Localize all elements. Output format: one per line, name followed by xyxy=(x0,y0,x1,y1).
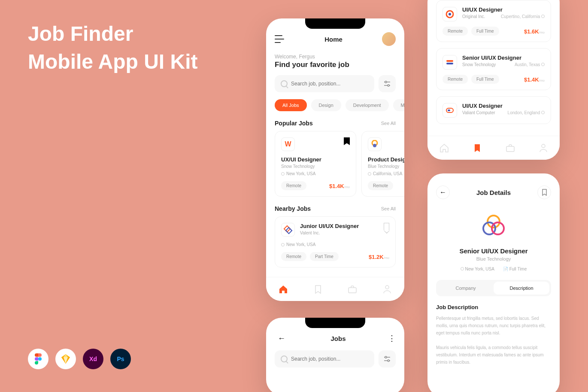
pin-icon xyxy=(281,172,285,176)
description-text: Pellentesque ut fringilla metus, sed lob… xyxy=(427,315,560,366)
nav-briefcase-icon[interactable] xyxy=(347,284,358,295)
job-title: Product Designer xyxy=(368,156,404,163)
jobs-screen: ← Jobs ⋮ xyxy=(266,318,404,392)
screen-title: Home xyxy=(324,36,342,43)
search-icon xyxy=(281,80,288,87)
bookmark-icon[interactable] xyxy=(344,137,350,145)
company-name: Original Inc. xyxy=(462,14,485,19)
job-tag: Remote xyxy=(281,181,306,190)
job-card[interactable]: W UX/UI Designer Snow Technology New Yor… xyxy=(275,131,356,197)
svg-rect-17 xyxy=(506,146,514,152)
hero-line-2: Mobile App UI Kit xyxy=(28,48,198,76)
chip-all-jobs[interactable]: All Jobs xyxy=(275,99,307,111)
bookmark-icon[interactable] xyxy=(384,223,389,230)
description-heading: Job Description xyxy=(427,304,560,315)
see-all-link[interactable]: See All xyxy=(381,206,396,211)
saved-job-card[interactable]: UI/UX Designer Original Inc.Cupertino, C… xyxy=(436,0,551,42)
svg-point-24 xyxy=(385,356,387,358)
search-box[interactable] xyxy=(275,350,374,368)
company-logo xyxy=(368,137,382,151)
job-location: New York, USA xyxy=(281,242,389,247)
company-logo xyxy=(443,7,457,21)
popular-jobs-title: Popular Jobs xyxy=(275,120,313,127)
page-heading: Find your favorite job xyxy=(266,61,404,75)
nav-profile-icon[interactable] xyxy=(538,143,549,153)
svg-point-0 xyxy=(38,357,42,361)
svg-point-19 xyxy=(488,216,500,228)
hero-line-1: Job Finder xyxy=(28,20,198,48)
notch xyxy=(305,318,365,328)
nav-profile-icon[interactable] xyxy=(382,284,392,295)
job-location: Cupertino, California xyxy=(501,14,545,21)
svg-point-21 xyxy=(492,222,504,234)
job-card[interactable]: Product Designer Blue Technology Califor… xyxy=(361,131,404,197)
nav-home-icon[interactable] xyxy=(439,143,449,153)
pin-icon xyxy=(281,243,285,246)
bookmark-button[interactable] xyxy=(537,185,551,199)
tool-icons-row: Xd Ps xyxy=(28,349,131,369)
job-location: California, USA xyxy=(368,171,404,176)
search-input[interactable] xyxy=(291,81,368,87)
svg-point-3 xyxy=(385,81,387,83)
nav-bookmark-icon[interactable] xyxy=(472,143,482,153)
svg-rect-16 xyxy=(448,109,450,111)
filter-button[interactable] xyxy=(379,75,396,92)
job-title: Junior UI/UX Designer xyxy=(300,223,379,229)
job-title: UI/UX Designer xyxy=(462,103,545,109)
salary: $1.2K xyxy=(369,254,384,260)
job-location: London, England xyxy=(508,110,545,118)
company-logo xyxy=(281,223,295,237)
svg-rect-13 xyxy=(446,60,453,62)
chip-marketing[interactable]: Marketing xyxy=(393,99,404,111)
search-icon xyxy=(281,356,288,362)
job-tag: Part Time xyxy=(310,252,339,261)
company-name: Blue Technology xyxy=(368,164,404,169)
pin-icon xyxy=(461,267,464,270)
svg-rect-9 xyxy=(349,288,356,293)
job-tag: Remote xyxy=(281,252,306,261)
menu-icon[interactable] xyxy=(275,35,285,43)
nearby-job-card[interactable]: Junior UI/UX Designer Valent Inc. New Yo… xyxy=(275,216,396,267)
back-button[interactable]: ← xyxy=(436,185,450,199)
figma-icon xyxy=(28,349,48,369)
pin-icon xyxy=(541,63,545,66)
svg-point-4 xyxy=(388,85,389,86)
pin-icon xyxy=(368,172,371,176)
company-name: Snow Technology xyxy=(281,164,350,169)
company-logo xyxy=(443,55,457,70)
avatar[interactable] xyxy=(382,32,396,46)
tab-company[interactable]: Company xyxy=(438,282,494,295)
welcome-text: Welcome, Fergus xyxy=(266,51,404,61)
salary: $1.4K xyxy=(524,76,539,83)
company-name: Snow Technology xyxy=(462,62,496,67)
job-meta: New York, USA 📄 Full Time xyxy=(427,267,560,271)
salary: $1.6K xyxy=(524,28,539,35)
chip-design[interactable]: Design xyxy=(311,99,341,111)
nav-bookmark-icon[interactable] xyxy=(313,284,323,295)
chip-development[interactable]: Development xyxy=(346,99,389,111)
sketch-icon xyxy=(55,349,76,369)
svg-point-25 xyxy=(388,360,389,362)
tab-description[interactable]: Description xyxy=(494,282,549,295)
job-tag: Full Time xyxy=(471,27,499,36)
filter-button[interactable] xyxy=(379,350,396,368)
company-name: Blue Technology xyxy=(427,256,560,261)
job-title: UI/UX Designer xyxy=(462,6,545,13)
see-all-link[interactable]: See All xyxy=(381,121,396,126)
details-screen: ← Job Details Senior UI/UX Designer Blue… xyxy=(427,173,560,392)
nav-home-icon[interactable] xyxy=(278,284,288,295)
search-box[interactable] xyxy=(275,75,374,92)
job-tag: Remote xyxy=(443,27,468,36)
nearby-jobs-title: Nearby Jobs xyxy=(275,205,311,212)
ps-icon: Ps xyxy=(110,349,131,369)
notch xyxy=(305,18,365,29)
back-button[interactable]: ← xyxy=(275,331,288,345)
job-tag: Remote xyxy=(368,181,393,190)
saved-job-card[interactable]: Senior UI/UX Designer Snow TechnologyAus… xyxy=(436,48,551,90)
search-input[interactable] xyxy=(291,356,368,362)
more-icon[interactable]: ⋮ xyxy=(388,334,396,343)
nav-briefcase-icon[interactable] xyxy=(505,143,515,153)
job-title: Senior UI/UX Designer xyxy=(427,247,560,255)
bottom-nav xyxy=(427,136,560,160)
saved-job-card[interactable]: UI/UX Designer Valiant ComputerLondon, E… xyxy=(436,96,551,124)
